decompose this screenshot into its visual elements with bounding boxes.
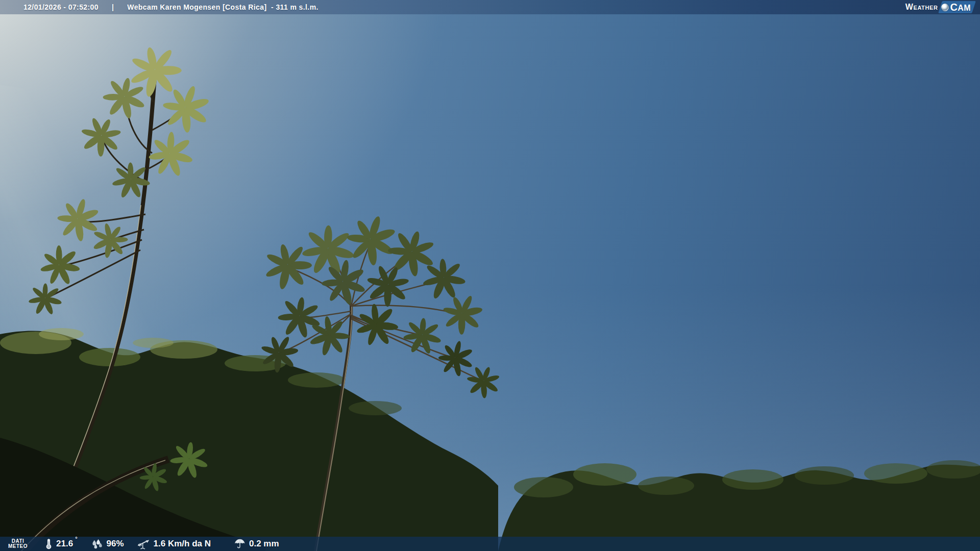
humidity-value: 96% — [107, 539, 124, 549]
wind-vane-icon — [136, 538, 150, 549]
temperature-reading: 21.6° — [45, 538, 78, 550]
humidity-drops-icon — [91, 539, 103, 549]
thermometer-icon — [45, 538, 53, 550]
separator: | — [112, 3, 114, 11]
webcam-title: Webcam Karen Mogensen [Costa Rica] - 311… — [127, 3, 318, 11]
rain-reading: 0.2 mm — [234, 538, 279, 549]
logo-weather-text: Weather — [905, 3, 938, 11]
lens-sphere-icon — [941, 4, 949, 11]
degree-symbol: ° — [75, 536, 77, 542]
logo-badge: Cam — [940, 1, 974, 13]
temperature-value: 21.6 — [56, 539, 73, 548]
datetime-text: 12/01/2026 - 07:52:00 — [23, 3, 99, 11]
webcam-photo-trees — [0, 0, 980, 551]
umbrella-icon — [234, 538, 246, 549]
webcam-viewer: 12/01/2026 - 07:52:00 | Webcam Karen Mog… — [0, 0, 980, 551]
weather-data-bar: DATI METEO 21.6° 96% — [0, 537, 980, 551]
info-bar: 12/01/2026 - 07:52:00 | Webcam Karen Mog… — [0, 0, 980, 14]
wind-reading: 1.6 Km/h da N — [136, 538, 211, 549]
logo-cam-text: Cam — [950, 2, 971, 12]
rain-value: 0.2 mm — [249, 539, 279, 549]
meteo-label-line2: METEO — [8, 544, 28, 549]
humidity-reading: 96% — [91, 539, 124, 549]
wind-value: 1.6 Km/h da N — [154, 539, 211, 549]
meteo-label: DATI METEO — [8, 539, 28, 549]
weathercam-logo[interactable]: Weather Cam — [905, 0, 974, 14]
